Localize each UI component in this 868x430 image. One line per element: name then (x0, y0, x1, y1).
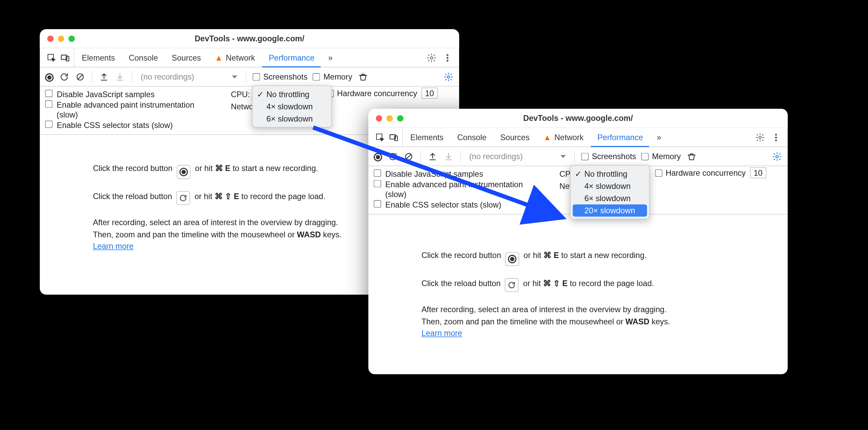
hw-concurrency-input[interactable]: 10 (750, 167, 766, 178)
reload-button-inline[interactable] (505, 278, 519, 292)
cpu-label: CPU: (231, 90, 250, 99)
settings-icon[interactable] (755, 132, 765, 143)
warning-icon: ▲ (543, 133, 551, 142)
tab-elements[interactable]: Elements (404, 128, 450, 147)
learn-more-link[interactable]: Learn more (93, 241, 133, 251)
recordings-select[interactable]: (no recordings) (467, 151, 568, 162)
cpu-option-4x[interactable]: 4× slowdown (253, 100, 331, 112)
memory-checkbox[interactable]: Memory (642, 152, 681, 161)
reload-button[interactable] (388, 151, 398, 162)
minimize-icon[interactable] (386, 115, 393, 121)
screenshots-checkbox[interactable]: Screenshots (253, 72, 307, 81)
chevron-down-icon (232, 75, 237, 78)
svg-rect-11 (395, 136, 397, 141)
download-icon[interactable] (115, 71, 125, 82)
css-stats-checkbox[interactable]: Enable CSS selector stats (slow) (374, 200, 544, 210)
reload-hint: Click the reload button or hit ⌘ ⇧ E to … (421, 278, 763, 292)
clear-button[interactable] (75, 71, 85, 82)
svg-point-12 (759, 136, 761, 138)
gc-icon[interactable] (686, 151, 697, 162)
cpu-throttle-menu[interactable]: No throttling 4× slowdown 6× slowdown 20… (570, 165, 650, 219)
tab-strip: Elements Console Sources ▲Network Perfor… (368, 128, 788, 147)
titlebar[interactable]: DevTools - www.google.com/ (40, 29, 459, 48)
kebab-icon[interactable] (442, 52, 453, 63)
record-hint: Click the record button or hit ⌘ E to st… (421, 250, 763, 266)
more-tabs-button[interactable]: » (650, 128, 668, 147)
cpu-option-6x[interactable]: 6× slowdown (570, 192, 649, 205)
tab-network[interactable]: ▲Network (537, 128, 590, 147)
upload-icon[interactable] (99, 71, 109, 82)
capture-settings-icon[interactable] (772, 151, 782, 162)
cpu-throttle-menu[interactable]: No throttling 4× slowdown 6× slowdown (252, 85, 332, 127)
memory-checkbox[interactable]: Memory (313, 72, 352, 81)
perf-toolbar: (no recordings) Screenshots Memory (40, 67, 459, 86)
svg-point-15 (775, 139, 777, 141)
inspect-icon[interactable] (375, 132, 385, 143)
tab-strip: Elements Console Sources ▲Network Perfor… (40, 48, 459, 67)
hw-concurrency-checkbox[interactable]: Hardware concurrency (326, 89, 417, 98)
tab-performance[interactable]: Performance (591, 128, 649, 147)
cpu-option-20x[interactable]: 20× slowdown (573, 205, 647, 217)
css-stats-checkbox[interactable]: Enable CSS selector stats (slow) (45, 121, 215, 130)
screenshots-checkbox[interactable]: Screenshots (581, 152, 636, 161)
learn-more-link[interactable]: Learn more (421, 329, 462, 338)
device-toolbar-icon[interactable] (60, 52, 70, 63)
titlebar[interactable]: DevTools - www.google.com/ (368, 109, 788, 128)
tab-sources[interactable]: Sources (166, 48, 208, 67)
instructions-panel: Click the record button or hit ⌘ E to st… (368, 214, 788, 362)
after-recording-hint: After recording, select an area of inter… (421, 304, 763, 340)
more-tabs-button[interactable]: » (322, 48, 339, 67)
hw-concurrency-input[interactable]: 10 (421, 88, 438, 99)
gc-icon[interactable] (357, 71, 368, 82)
tab-network[interactable]: ▲Network (209, 48, 262, 67)
settings-icon[interactable] (426, 52, 437, 63)
kebab-icon[interactable] (771, 132, 781, 143)
upload-icon[interactable] (427, 151, 438, 162)
svg-point-6 (447, 60, 448, 61)
tab-console[interactable]: Console (451, 128, 493, 147)
cpu-option-6x[interactable]: 6× slowdown (253, 112, 331, 125)
svg-point-5 (447, 57, 448, 58)
window-title: DevTools - www.google.com/ (368, 114, 788, 123)
tab-elements[interactable]: Elements (75, 48, 122, 67)
tab-console[interactable]: Console (122, 48, 164, 67)
window-title: DevTools - www.google.com/ (40, 34, 459, 43)
record-button[interactable] (45, 72, 53, 81)
devtools-window-right: DevTools - www.google.com/ Elements Cons… (368, 109, 788, 374)
reload-button[interactable] (59, 71, 69, 82)
hw-concurrency-checkbox[interactable]: Hardware concurrency (655, 168, 746, 177)
svg-point-14 (775, 136, 777, 138)
svg-point-13 (775, 134, 777, 135)
close-icon[interactable] (47, 35, 54, 42)
svg-point-4 (447, 54, 448, 56)
reload-button-inline[interactable] (176, 191, 190, 205)
record-button[interactable] (374, 152, 382, 161)
cpu-option-none[interactable]: No throttling (570, 168, 649, 180)
close-icon[interactable] (376, 115, 382, 121)
perf-toolbar: (no recordings) Screenshots Memory (368, 147, 788, 166)
svg-point-3 (430, 57, 433, 59)
zoom-icon[interactable] (68, 35, 75, 42)
svg-point-17 (776, 155, 778, 157)
chevron-down-icon (561, 155, 566, 158)
disable-js-checkbox[interactable]: Disable JavaScript samples (45, 90, 215, 99)
device-toolbar-icon[interactable] (389, 132, 399, 143)
clear-button[interactable] (404, 151, 414, 162)
warning-icon: ▲ (215, 53, 222, 62)
zoom-icon[interactable] (397, 115, 404, 121)
record-button-inline[interactable] (177, 165, 191, 179)
adv-paint-checkbox[interactable]: Enable advanced paint instrumentation (s… (374, 180, 544, 199)
tab-sources[interactable]: Sources (494, 128, 536, 147)
record-button-inline[interactable] (505, 252, 519, 266)
capture-settings-panel: Disable JavaScript samples Enable advanc… (368, 166, 788, 215)
minimize-icon[interactable] (58, 35, 64, 42)
inspect-icon[interactable] (46, 52, 57, 63)
recordings-select[interactable]: (no recordings) (138, 71, 239, 82)
tab-performance[interactable]: Performance (262, 48, 321, 67)
adv-paint-checkbox[interactable]: Enable advanced paint instrumentation (s… (45, 100, 215, 119)
cpu-option-4x[interactable]: 4× slowdown (570, 180, 649, 192)
download-icon[interactable] (443, 151, 454, 162)
capture-settings-icon[interactable] (443, 71, 454, 82)
disable-js-checkbox[interactable]: Disable JavaScript samples (374, 169, 544, 179)
cpu-option-none[interactable]: No throttling (253, 88, 331, 100)
